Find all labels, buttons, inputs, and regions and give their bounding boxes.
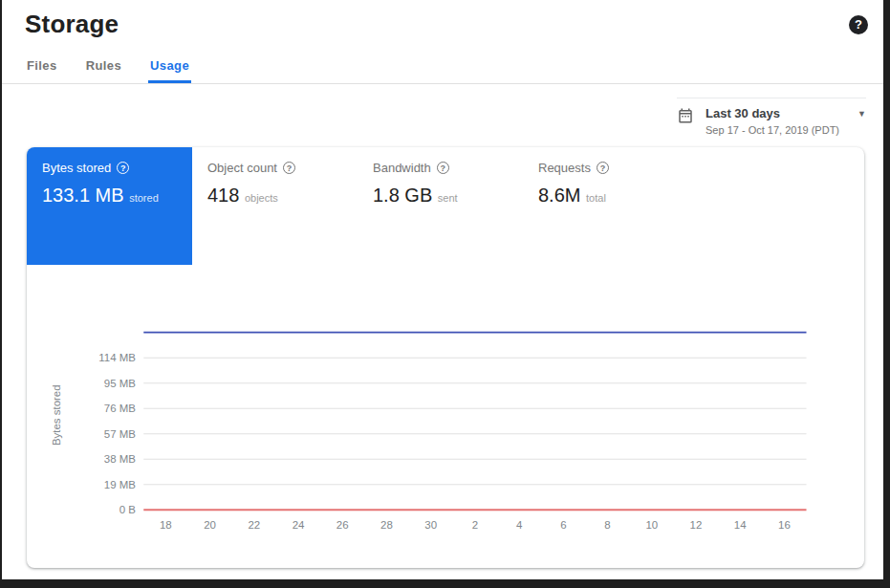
metric-value: 418 objects bbox=[207, 185, 342, 207]
help-icon[interactable]: ? bbox=[283, 162, 295, 174]
metric-card-requests[interactable]: Requests ? 8.6M total bbox=[523, 147, 688, 265]
svg-text:30: 30 bbox=[424, 519, 437, 531]
calendar-icon bbox=[677, 107, 694, 124]
metric-title-text: Object count bbox=[207, 161, 277, 175]
svg-text:16: 16 bbox=[778, 519, 791, 531]
metric-title: Bandwidth ? bbox=[373, 161, 508, 175]
metric-title-text: Bytes stored bbox=[42, 161, 111, 175]
date-range-sublabel: Sep 17 - Oct 17, 2019 (PDT) bbox=[705, 124, 866, 136]
metrics-row: Bytes stored ? 133.1 MB stored Object co… bbox=[27, 147, 864, 265]
page-title: Storage bbox=[25, 10, 119, 39]
date-range-row: Last 30 days ▼ Sep 17 - Oct 17, 2019 (PD… bbox=[2, 84, 883, 136]
metric-title-text: Requests bbox=[538, 161, 591, 175]
tab-files[interactable]: Files bbox=[25, 54, 59, 83]
metric-unit: total bbox=[586, 192, 606, 204]
date-range-selector[interactable]: Last 30 days ▼ Sep 17 - Oct 17, 2019 (PD… bbox=[677, 98, 866, 136]
date-range-label: Last 30 days bbox=[705, 106, 780, 120]
metric-value-text: 133.1 MB bbox=[42, 185, 124, 206]
metric-value-text: 8.6M bbox=[538, 185, 580, 206]
svg-text:14: 14 bbox=[734, 519, 747, 531]
metric-card-bytes-stored[interactable]: Bytes stored ? 133.1 MB stored bbox=[27, 147, 192, 265]
svg-text:22: 22 bbox=[248, 519, 260, 531]
metric-unit: sent bbox=[438, 192, 458, 204]
bytes-stored-chart: 0 B19 MB38 MB57 MB76 MB95 MB114 MB182022… bbox=[27, 265, 864, 540]
metric-card-bandwidth[interactable]: Bandwidth ? 1.8 GB sent bbox=[358, 147, 523, 265]
tab-bar: Files Rules Usage bbox=[2, 54, 883, 84]
metric-card-object-count[interactable]: Object count ? 418 objects bbox=[192, 147, 358, 265]
svg-text:95 MB: 95 MB bbox=[104, 378, 136, 389]
metric-unit: objects bbox=[245, 192, 278, 204]
help-icon[interactable]: ? bbox=[849, 15, 868, 34]
svg-text:0 B: 0 B bbox=[119, 504, 137, 515]
usage-line-chart: 0 B19 MB38 MB57 MB76 MB95 MB114 MB182022… bbox=[44, 316, 841, 540]
svg-text:24: 24 bbox=[293, 519, 305, 531]
svg-text:26: 26 bbox=[336, 519, 349, 531]
svg-text:114 MB: 114 MB bbox=[98, 352, 136, 363]
svg-text:38 MB: 38 MB bbox=[104, 453, 136, 465]
svg-text:8: 8 bbox=[604, 519, 610, 531]
svg-text:19 MB: 19 MB bbox=[104, 479, 136, 490]
svg-text:76 MB: 76 MB bbox=[104, 403, 136, 414]
help-icon[interactable]: ? bbox=[597, 162, 609, 174]
metric-value-text: 418 bbox=[207, 185, 239, 206]
metric-title: Bytes stored ? bbox=[42, 161, 177, 175]
svg-text:57 MB: 57 MB bbox=[104, 428, 136, 440]
date-range-text: Last 30 days ▼ Sep 17 - Oct 17, 2019 (PD… bbox=[705, 106, 866, 136]
svg-text:Bytes stored: Bytes stored bbox=[51, 384, 62, 446]
metric-title: Object count ? bbox=[207, 161, 342, 175]
metric-value: 133.1 MB stored bbox=[42, 185, 177, 207]
svg-text:10: 10 bbox=[645, 519, 658, 531]
tab-rules[interactable]: Rules bbox=[84, 54, 123, 83]
svg-text:12: 12 bbox=[690, 519, 703, 531]
page-header: Storage ? bbox=[2, 0, 883, 39]
svg-text:18: 18 bbox=[160, 519, 172, 531]
help-icon[interactable]: ? bbox=[437, 162, 449, 174]
svg-text:20: 20 bbox=[204, 519, 216, 531]
help-icon[interactable]: ? bbox=[117, 162, 129, 174]
metric-unit: stored bbox=[129, 192, 159, 204]
tab-usage[interactable]: Usage bbox=[148, 54, 191, 83]
metric-value-text: 1.8 GB bbox=[373, 185, 432, 206]
svg-text:28: 28 bbox=[380, 519, 393, 531]
svg-text:2: 2 bbox=[472, 519, 478, 531]
svg-text:4: 4 bbox=[516, 519, 523, 531]
chevron-down-icon: ▼ bbox=[857, 109, 866, 119]
metric-title-text: Bandwidth bbox=[373, 161, 431, 175]
metric-value: 8.6M total bbox=[538, 185, 673, 207]
metric-value: 1.8 GB sent bbox=[373, 185, 508, 207]
svg-text:6: 6 bbox=[560, 519, 566, 531]
storage-page: Storage ? Files Rules Usage Last 30 days… bbox=[0, 0, 890, 588]
metric-title: Requests ? bbox=[538, 161, 673, 175]
usage-panel: Bytes stored ? 133.1 MB stored Object co… bbox=[27, 147, 864, 568]
